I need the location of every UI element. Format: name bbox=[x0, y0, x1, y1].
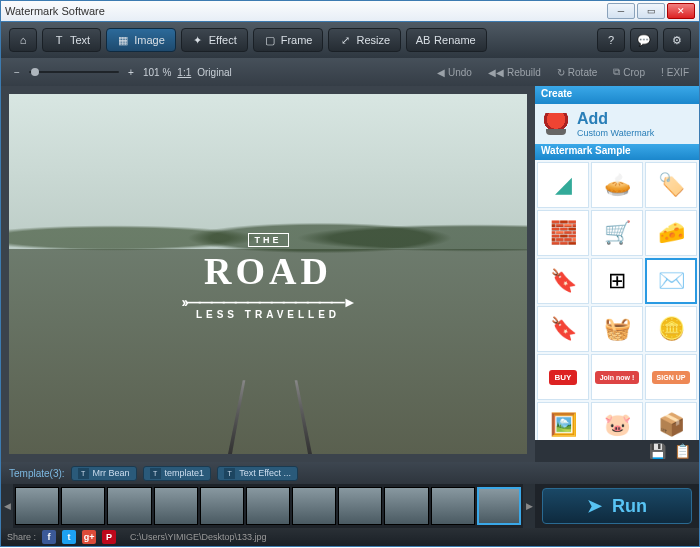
rename-icon: AB bbox=[417, 34, 429, 46]
pinterest-icon[interactable]: P bbox=[102, 530, 116, 544]
template-chip[interactable]: TText Effect ... bbox=[217, 466, 298, 481]
sample-item[interactable]: ✉️ bbox=[645, 258, 697, 304]
thumbnail[interactable] bbox=[338, 487, 382, 525]
sample-item[interactable]: 🪙 bbox=[645, 306, 697, 352]
maximize-button[interactable]: ▭ bbox=[637, 3, 665, 19]
undo-button[interactable]: ◀ Undo bbox=[437, 67, 472, 78]
thumbnail[interactable] bbox=[107, 487, 151, 525]
zoom-in-icon[interactable]: + bbox=[125, 66, 137, 78]
titlebar: Watermark Software ─ ▭ ✕ bbox=[0, 0, 700, 22]
filmstrip-next[interactable]: ▶ bbox=[523, 484, 535, 528]
misc-icon: 🖼️ bbox=[550, 412, 577, 438]
cart-icon: 🛒 bbox=[604, 220, 631, 246]
share-label: Share : bbox=[7, 532, 36, 542]
thumbnail[interactable] bbox=[154, 487, 198, 525]
sample-item[interactable]: 🔖 bbox=[537, 258, 589, 304]
zoom-bar: − + 101 % 1:1 Original ◀ Undo ◀◀ Rebuild… bbox=[1, 58, 699, 86]
resize-button[interactable]: ⤢Resize bbox=[328, 28, 401, 52]
save-icon[interactable]: 💾 bbox=[649, 443, 666, 459]
preview-image: THE ROAD ››—————————————► LESS TRAVELLED bbox=[9, 94, 527, 454]
template-bar: Template(3): TMrr Bean Ttemplate1 TText … bbox=[1, 462, 699, 484]
template-chip[interactable]: Ttemplate1 bbox=[143, 466, 212, 481]
run-button[interactable]: ➤ Run bbox=[542, 488, 692, 524]
panel-actions: 💾 📋 bbox=[535, 440, 699, 462]
add-watermark-button[interactable]: Add Custom Watermark bbox=[535, 104, 699, 144]
watermark-overlay[interactable]: THE ROAD ››—————————————► LESS TRAVELLED bbox=[181, 229, 354, 320]
thumbnail-track[interactable] bbox=[13, 485, 523, 527]
sample-item[interactable]: 🥧 bbox=[591, 162, 643, 208]
text-icon: T bbox=[53, 34, 65, 46]
help-button[interactable]: ? bbox=[597, 28, 625, 52]
resize-icon: ⤢ bbox=[339, 34, 351, 46]
tags-icon: 🏷️ bbox=[658, 172, 685, 198]
sample-item[interactable]: 🔖 bbox=[537, 306, 589, 352]
sample-item[interactable]: SIGN UP bbox=[645, 354, 697, 400]
minimize-button[interactable]: ─ bbox=[607, 3, 635, 19]
create-header: Create bbox=[535, 86, 699, 104]
thumbnail[interactable] bbox=[200, 487, 244, 525]
app-title: Watermark Software bbox=[5, 5, 105, 17]
facebook-icon[interactable]: f bbox=[42, 530, 56, 544]
image-button[interactable]: ▦Image bbox=[106, 28, 176, 52]
envelope-icon: ✉️ bbox=[658, 268, 685, 294]
template-chip[interactable]: TMrr Bean bbox=[71, 466, 137, 481]
stamp-icon bbox=[543, 113, 569, 135]
home-button[interactable]: ⌂ bbox=[9, 28, 37, 52]
rename-button[interactable]: ABRename bbox=[406, 28, 487, 52]
sample-item[interactable]: 🧺 bbox=[591, 306, 643, 352]
thumbnail[interactable] bbox=[477, 487, 521, 525]
bricks-icon: 🧱 bbox=[550, 220, 577, 246]
thumbnail[interactable] bbox=[292, 487, 336, 525]
text-button[interactable]: TText bbox=[42, 28, 101, 52]
zoom-ratio[interactable]: 1:1 bbox=[177, 67, 191, 78]
feedback-button[interactable]: 💬 bbox=[630, 28, 658, 52]
thumbnail[interactable] bbox=[246, 487, 290, 525]
arrow-icon: ››—————————————► bbox=[181, 295, 354, 309]
zoom-slider[interactable] bbox=[29, 71, 119, 73]
effect-button[interactable]: ✦Effect bbox=[181, 28, 248, 52]
sample-item[interactable]: ⊞ bbox=[591, 258, 643, 304]
chart3d-icon: ◢ bbox=[555, 172, 572, 198]
home-icon: ⌂ bbox=[17, 34, 29, 46]
misc-icon: 🐷 bbox=[604, 412, 631, 438]
rebuild-button[interactable]: ◀◀ Rebuild bbox=[488, 67, 541, 78]
sample-item[interactable]: 📦 bbox=[645, 402, 697, 440]
sample-item[interactable]: 🏷️ bbox=[645, 162, 697, 208]
thumbnail[interactable] bbox=[384, 487, 428, 525]
sample-item[interactable]: 🛒 bbox=[591, 210, 643, 256]
sample-item[interactable]: ◢ bbox=[537, 162, 589, 208]
coins-icon: 🪙 bbox=[658, 316, 685, 342]
zoom-size[interactable]: Original bbox=[197, 67, 231, 78]
filmstrip: ◀ ▶ ➤ Run bbox=[1, 484, 699, 528]
sample-item[interactable]: BUY bbox=[537, 354, 589, 400]
sample-item[interactable]: 🖼️ bbox=[537, 402, 589, 440]
template-label: Template(3): bbox=[9, 468, 65, 479]
sample-item[interactable]: 🧀 bbox=[645, 210, 697, 256]
run-icon: ➤ bbox=[587, 495, 602, 517]
close-button[interactable]: ✕ bbox=[667, 3, 695, 19]
rotate-button[interactable]: ↻ Rotate bbox=[557, 67, 597, 78]
sample-grid: ◢ 🥧 🏷️ 🧱 🛒 🧀 🔖 ⊞ ✉️ 🔖 🧺 🪙 BUY Join now !… bbox=[535, 160, 699, 440]
twitter-icon[interactable]: t bbox=[62, 530, 76, 544]
image-icon: ▦ bbox=[117, 34, 129, 46]
piechart-icon: 🥧 bbox=[604, 172, 631, 198]
exif-button[interactable]: ! EXIF bbox=[661, 67, 689, 78]
zoom-out-icon[interactable]: − bbox=[11, 66, 23, 78]
canvas-area[interactable]: THE ROAD ››—————————————► LESS TRAVELLED bbox=[1, 86, 535, 462]
saletag-icon: 🔖 bbox=[550, 316, 577, 342]
frame-icon: ▢ bbox=[264, 34, 276, 46]
copy-icon[interactable]: 📋 bbox=[674, 443, 691, 459]
crop-button[interactable]: ⧉ Crop bbox=[613, 66, 645, 78]
googleplus-icon[interactable]: g+ bbox=[82, 530, 96, 544]
thumbnail[interactable] bbox=[15, 487, 59, 525]
thumbnail[interactable] bbox=[61, 487, 105, 525]
filmstrip-prev[interactable]: ◀ bbox=[1, 484, 13, 528]
sample-item[interactable]: 🧱 bbox=[537, 210, 589, 256]
frame-button[interactable]: ▢Frame bbox=[253, 28, 324, 52]
settings-button[interactable]: ⚙ bbox=[663, 28, 691, 52]
sample-item[interactable]: 🐷 bbox=[591, 402, 643, 440]
right-panel: Create Add Custom Watermark Watermark Sa… bbox=[535, 86, 699, 462]
file-path: C:\Users\YIMIGE\Desktop\133.jpg bbox=[130, 532, 267, 542]
thumbnail[interactable] bbox=[431, 487, 475, 525]
sample-item[interactable]: Join now ! bbox=[591, 354, 643, 400]
